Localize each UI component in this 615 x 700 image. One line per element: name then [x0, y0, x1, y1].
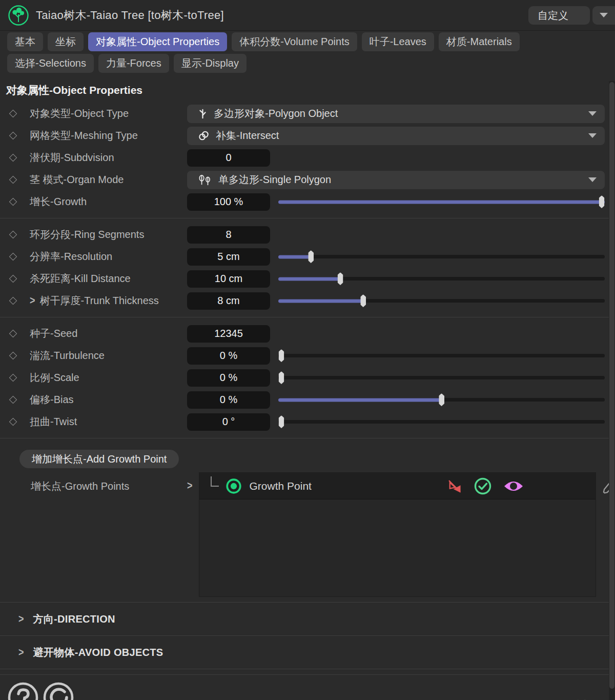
slider-handle[interactable]	[279, 415, 284, 428]
dropdown-meshing-type[interactable]: 补集-Intersect	[187, 127, 605, 145]
growth-point-list-item[interactable]: Growth Point	[199, 473, 596, 499]
value-input-bias[interactable]: 0 %	[187, 391, 270, 409]
expand-chevron-icon: >	[18, 646, 24, 659]
scrollbar[interactable]	[609, 81, 615, 700]
enabled-check-icon[interactable]	[474, 477, 492, 495]
slider-handle[interactable]	[360, 294, 366, 307]
help-circle-icon[interactable]	[7, 681, 39, 700]
param-row-seed: 种子-Seed12345	[0, 323, 615, 345]
reset-circle-icon[interactable]	[42, 681, 75, 700]
param-label: 潜伏期-Subdvision	[30, 151, 114, 165]
param-controls: 100 %	[187, 193, 605, 211]
chevron-down-icon	[600, 13, 608, 17]
collapse-label: 避开物体-AVOID OBJECTS	[33, 646, 163, 659]
value-input-kill-distance[interactable]: 10 cm	[187, 270, 270, 288]
slider-scale[interactable]	[278, 371, 605, 385]
tab-materials[interactable]: 材质-Materials	[439, 32, 520, 51]
tab-forces[interactable]: 力量-Forces	[98, 54, 169, 73]
value-input-twist[interactable]: 0 °	[187, 413, 270, 431]
diamond-bullet-icon	[9, 176, 17, 184]
no-transform-icon[interactable]	[447, 478, 462, 494]
expand-chevron-icon: >	[18, 612, 24, 626]
slider-trunk-thickness[interactable]	[278, 294, 605, 308]
dropdown-value: 补集-Intersect	[216, 129, 279, 143]
diamond-bullet-icon	[9, 132, 17, 140]
value-input-seed[interactable]: 12345	[187, 325, 270, 343]
diamond-bullet-icon	[9, 297, 17, 305]
param-label-area: 茎 模式-Organ Mode	[10, 173, 187, 187]
preset-dropdown-button[interactable]	[592, 6, 615, 25]
dropdown-object-type[interactable]: 多边形对象-Polygon Object	[187, 105, 605, 123]
param-row-object-type: 对象类型-Object Type多边形对象-Polygon Object	[0, 103, 615, 125]
growth-point-target-icon	[225, 477, 242, 495]
param-row-bias: 偏移-Bias0 %	[0, 389, 615, 411]
tab-volume-points[interactable]: 体积分数-Volume Points	[232, 32, 357, 51]
slider-handle[interactable]	[279, 349, 284, 362]
dropdown-organ-mode[interactable]: 单多边形-Single Polygon	[187, 171, 605, 189]
param-label: 环形分段-Ring Segments	[30, 228, 144, 242]
preset-value[interactable]: 自定义	[528, 6, 590, 25]
chevron-down-icon	[588, 177, 597, 182]
param-label-area: 比例-Scale	[10, 371, 187, 385]
slider-handle[interactable]	[338, 272, 343, 285]
tab-coordinates[interactable]: 坐标	[48, 32, 84, 51]
slider-twist[interactable]	[278, 415, 605, 429]
title-bar: Taiao树木-Taiao Tree [to树木-toTree] 自定义	[0, 0, 615, 31]
param-label-area: 湍流-Turbulence	[10, 349, 187, 363]
slider-kill-distance[interactable]	[278, 272, 605, 286]
collapse-header-avoid-objects[interactable]: >避开物体-AVOID OBJECTS	[0, 641, 615, 664]
slider-handle[interactable]	[599, 195, 605, 208]
slider-handle[interactable]	[439, 393, 444, 406]
add-growth-point-button[interactable]: 增加增长点-Add Growth Point	[19, 450, 179, 468]
param-label: 杀死距离-Kill Distance	[30, 272, 131, 286]
tab-object-properties[interactable]: 对象属性-Object Properties	[88, 32, 227, 51]
growth-points-list-panel[interactable]: Growth Point	[199, 472, 596, 597]
collapse-header-direction[interactable]: >方向-DIRECTION	[0, 608, 615, 630]
value-input-growth[interactable]: 100 %	[187, 193, 270, 211]
slider-turbulence[interactable]	[278, 349, 605, 363]
tab-display[interactable]: 显示-Display	[174, 54, 247, 73]
growth-point-name: Growth Point	[250, 480, 312, 492]
value-input-resolution[interactable]: 5 cm	[187, 248, 270, 266]
slider-handle[interactable]	[308, 250, 314, 263]
value-input-scale[interactable]: 0 %	[187, 369, 270, 387]
slider-track	[278, 354, 605, 357]
expand-chevron-icon[interactable]: >	[187, 470, 193, 493]
param-label: 偏移-Bias	[30, 393, 74, 407]
param-label-area: 分辨率-Resolution	[10, 250, 187, 264]
expand-chevron-icon[interactable]: >	[30, 294, 35, 307]
param-label-area: 对象类型-Object Type	[10, 107, 187, 121]
value-input-ring-segments[interactable]: 8	[187, 226, 270, 244]
param-label: 网格类型-Meshing Type	[30, 129, 138, 143]
preset-combo[interactable]: 自定义	[528, 6, 615, 25]
slider-fill	[278, 255, 311, 258]
slider-resolution[interactable]	[278, 250, 605, 264]
branch-icon	[198, 108, 207, 119]
divider	[0, 438, 615, 438]
value-input-subdivision[interactable]: 0	[187, 149, 270, 167]
value-input-trunk-thickness[interactable]: 8 cm	[187, 292, 270, 310]
slider-growth[interactable]	[278, 195, 605, 209]
slider-track	[278, 255, 605, 258]
param-controls: 补集-Intersect	[187, 127, 605, 145]
diamond-bullet-icon	[9, 352, 17, 360]
tab-selections[interactable]: 选择-Selections	[7, 54, 94, 73]
param-label-area: 扭曲-Twist	[10, 415, 187, 429]
slider-bias[interactable]	[278, 393, 605, 407]
slider-track	[278, 420, 605, 424]
param-row-meshing-type: 网格类型-Meshing Type补集-Intersect	[0, 125, 615, 147]
slider-track	[278, 376, 605, 379]
watermark: C4D社区	[545, 697, 605, 700]
param-label-area: 种子-Seed	[10, 327, 187, 341]
param-label-area: >树干厚度-Trunk Thickness	[10, 294, 187, 308]
param-row-twist: 扭曲-Twist0 °	[0, 411, 615, 433]
collapsed-sections: >方向-DIRECTION>避开物体-AVOID OBJECTS	[0, 608, 615, 675]
scrollbar-thumb[interactable]	[609, 82, 614, 689]
slider-handle[interactable]	[279, 371, 284, 384]
param-row-ring-segments: 环形分段-Ring Segments8	[0, 224, 615, 246]
tab-basic[interactable]: 基本	[7, 32, 43, 51]
param-label: 种子-Seed	[30, 327, 77, 341]
visibility-eye-icon[interactable]	[503, 478, 524, 494]
value-input-turbulence[interactable]: 0 %	[187, 347, 270, 365]
tab-leaves[interactable]: 叶子-Leaves	[362, 32, 434, 51]
